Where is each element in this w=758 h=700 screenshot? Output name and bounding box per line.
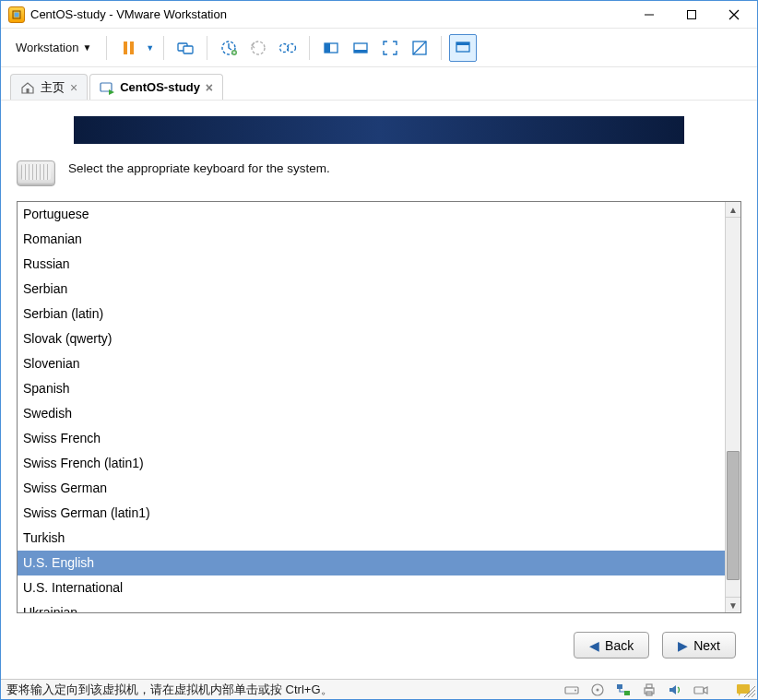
arrow-right-icon: ▶ <box>678 638 688 653</box>
tab-home-label: 主页 <box>41 79 65 96</box>
snapshot-manager-button[interactable] <box>274 34 302 62</box>
scroll-up-icon[interactable]: ▲ <box>726 202 740 218</box>
list-item[interactable]: Romanian <box>18 227 725 252</box>
show-console-button[interactable] <box>317 34 345 62</box>
pause-button[interactable] <box>114 34 142 62</box>
instruction-row: Select the appropriate keyboard for the … <box>9 144 749 196</box>
svg-rect-33 <box>646 684 652 688</box>
camera-icon[interactable] <box>693 682 709 698</box>
vm-icon <box>100 80 114 95</box>
tab-bar: 主页 × CentOS-study × <box>1 67 757 101</box>
printer-icon[interactable] <box>641 682 657 698</box>
tab-close-icon[interactable]: × <box>70 80 77 95</box>
vm-display[interactable]: Select the appropriate keyboard for the … <box>9 102 749 671</box>
workstation-menu-label: Workstation <box>16 41 78 54</box>
network-icon[interactable] <box>615 682 632 698</box>
close-button[interactable] <box>713 2 755 28</box>
scrollbar[interactable]: ▲ ▼ <box>725 202 740 612</box>
next-button-label: Next <box>693 638 720 653</box>
tab-close-icon[interactable]: × <box>206 80 213 95</box>
scroll-down-icon[interactable]: ▼ <box>726 597 740 612</box>
fullscreen-single-button[interactable] <box>347 34 374 62</box>
home-icon <box>20 80 35 95</box>
keyboard-list-container: PortugueseRomanianRussianSerbianSerbian … <box>17 201 741 613</box>
svg-rect-23 <box>27 89 30 93</box>
resize-grip-icon[interactable] <box>740 682 755 697</box>
titlebar: CentOS-study - VMware Workstation <box>1 1 757 29</box>
keyboard-listbox[interactable]: PortugueseRomanianRussianSerbianSerbian … <box>18 202 725 612</box>
snapshot-revert-button[interactable] <box>244 34 272 62</box>
toolbar: Workstation ▼ ▼ <box>1 29 757 67</box>
tab-vm-label: CentOS-study <box>120 80 200 94</box>
svg-rect-35 <box>694 687 704 694</box>
list-item[interactable]: Turkish <box>18 526 725 551</box>
list-item[interactable]: Spanish <box>18 376 725 401</box>
power-menu-caret-icon[interactable]: ▼ <box>144 43 156 53</box>
stretch-guest-button[interactable] <box>449 34 477 62</box>
list-item[interactable]: Swiss German <box>18 476 725 501</box>
status-bar: 要将输入定向到该虚拟机，请在虚拟机内部单击或按 Ctrl+G。 <box>1 679 757 699</box>
toolbar-separator <box>207 36 207 60</box>
list-item[interactable]: Portuguese <box>18 202 725 227</box>
nav-buttons: ◀ Back ▶ Next <box>9 613 749 671</box>
arrow-left-icon: ◀ <box>589 638 599 653</box>
list-item[interactable]: Serbian (latin) <box>18 302 725 326</box>
tab-vm[interactable]: CentOS-study × <box>89 74 223 100</box>
scroll-thumb[interactable] <box>727 451 740 580</box>
svg-rect-3 <box>688 10 696 18</box>
list-item[interactable]: Swiss German (latin1) <box>18 501 725 526</box>
instruction-text: Select the appropriate keyboard for the … <box>68 160 330 177</box>
svg-point-27 <box>574 689 576 691</box>
toolbar-separator <box>163 36 164 60</box>
workstation-menu[interactable]: Workstation ▼ <box>8 34 99 62</box>
send-keys-button[interactable] <box>172 34 199 62</box>
window-controls <box>628 2 755 28</box>
back-button[interactable]: ◀ Back <box>574 632 649 658</box>
svg-rect-30 <box>617 684 622 689</box>
svg-rect-6 <box>124 42 127 54</box>
list-item[interactable]: Swedish <box>18 401 725 426</box>
list-item[interactable]: Swiss French <box>18 426 725 451</box>
svg-rect-18 <box>354 50 367 53</box>
list-item[interactable]: Slovenian <box>18 351 725 376</box>
toolbar-separator <box>441 36 442 60</box>
svg-rect-16 <box>325 43 330 53</box>
list-item[interactable]: U.S. International <box>18 575 725 600</box>
svg-point-29 <box>597 688 599 691</box>
harddisk-icon[interactable] <box>563 682 580 698</box>
list-item[interactable]: U.S. English <box>18 551 725 575</box>
next-button[interactable]: ▶ Next <box>662 632 736 658</box>
unity-button[interactable] <box>406 34 433 62</box>
svg-rect-7 <box>130 42 134 54</box>
list-item[interactable]: Russian <box>18 252 725 277</box>
status-hint: 要将输入定向到该虚拟机，请在虚拟机内部单击或按 Ctrl+G。 <box>6 682 333 698</box>
svg-rect-1 <box>15 12 19 17</box>
sound-icon[interactable] <box>667 682 683 698</box>
list-item[interactable]: Ukrainian <box>18 600 725 612</box>
tab-home[interactable]: 主页 × <box>10 74 88 100</box>
svg-line-20 <box>413 42 426 54</box>
snapshot-take-button[interactable] <box>215 34 243 62</box>
toolbar-separator <box>106 36 107 60</box>
svg-rect-31 <box>624 691 630 695</box>
list-item[interactable]: Slovak (qwerty) <box>18 326 725 351</box>
installer-banner <box>74 116 684 144</box>
status-devices <box>563 682 757 698</box>
minimize-button[interactable] <box>628 2 670 28</box>
dropdown-caret-icon: ▼ <box>82 42 91 53</box>
vmware-app-icon <box>8 6 25 23</box>
fullscreen-button[interactable] <box>376 34 404 62</box>
svg-rect-9 <box>184 46 193 53</box>
maximize-button[interactable] <box>670 2 713 28</box>
cd-icon[interactable] <box>589 682 606 698</box>
list-item[interactable]: Serbian <box>18 277 725 302</box>
toolbar-separator <box>309 36 310 60</box>
keyboard-icon <box>17 160 55 186</box>
list-item[interactable]: Swiss French (latin1) <box>18 451 725 476</box>
back-button-label: Back <box>605 638 634 653</box>
window-title: CentOS-study - VMware Workstation <box>30 7 628 21</box>
svg-rect-22 <box>456 42 469 45</box>
svg-point-13 <box>280 43 289 52</box>
